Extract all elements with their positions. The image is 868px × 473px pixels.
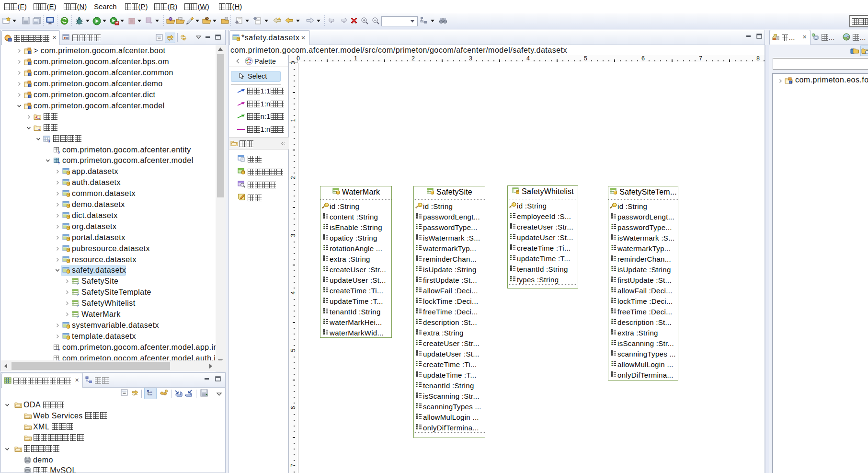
svg-text:?: ? [58, 347, 60, 351]
svg-text:?: ? [77, 315, 79, 319]
svg-text:?: ? [48, 139, 50, 143]
svg-text:?: ? [77, 293, 79, 297]
svg-text:?: ? [77, 304, 79, 308]
svg-text:?: ? [58, 150, 60, 154]
svg-text:?: ? [77, 282, 79, 286]
svg-text:?: ? [58, 161, 60, 165]
svg-text:?: ? [38, 128, 40, 132]
svg-text:?: ? [38, 117, 40, 121]
